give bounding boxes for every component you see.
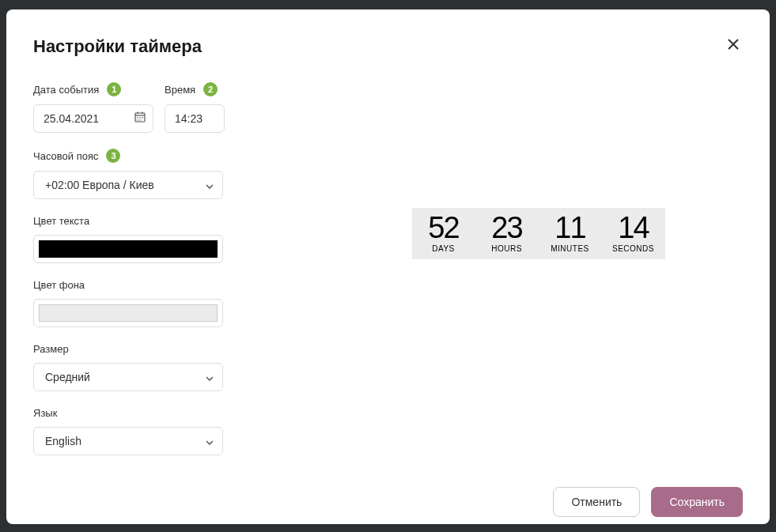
timezone-label: Часовой пояс 3: [33, 149, 302, 163]
save-button[interactable]: Сохранить: [651, 487, 743, 517]
seconds-label: SECONDS: [612, 244, 654, 253]
timezone-group: Часовой пояс 3 +02:00 Европа / Киев: [33, 149, 302, 199]
minutes-value: 11: [555, 213, 585, 243]
bg-color-picker[interactable]: [33, 299, 223, 327]
days-value: 52: [428, 213, 458, 243]
form-column: Дата события 1 Время 2: [33, 82, 302, 471]
language-group: Язык English: [33, 407, 302, 455]
bg-color-swatch: [39, 304, 218, 322]
timer-settings-modal: Настройки таймера Дата события 1: [6, 9, 770, 524]
timezone-value: +02:00 Европа / Киев: [45, 179, 154, 191]
bg-color-group: Цвет фона: [33, 279, 302, 327]
badge-3: 3: [106, 149, 120, 163]
timezone-select-wrap: +02:00 Европа / Киев: [33, 171, 223, 199]
date-time-row: Дата события 1 Время 2: [33, 82, 302, 149]
countdown-days: 52 DAYS: [412, 208, 475, 259]
language-label: Язык: [33, 407, 302, 419]
minutes-label: MINUTES: [551, 244, 589, 253]
text-color-label: Цвет текста: [33, 215, 302, 227]
timezone-label-text: Часовой пояс: [33, 150, 98, 162]
close-button[interactable]: [724, 35, 743, 54]
bg-color-label: Цвет фона: [33, 279, 302, 291]
time-label: Время 2: [165, 82, 225, 96]
size-select-wrap: Средний: [33, 363, 223, 391]
modal-footer: Отменить Сохранить: [33, 471, 743, 517]
date-input-wrap: [33, 104, 153, 133]
language-select[interactable]: English: [33, 427, 223, 455]
time-group: Время 2: [165, 82, 225, 133]
language-select-wrap: English: [33, 427, 223, 455]
close-icon: [728, 39, 739, 50]
countdown-minutes: 11 MINUTES: [539, 208, 602, 259]
seconds-value: 14: [618, 213, 648, 243]
time-label-text: Время: [165, 84, 195, 96]
size-value: Средний: [45, 371, 90, 383]
language-value: English: [45, 435, 81, 447]
days-label: DAYS: [432, 244, 455, 253]
event-date-input[interactable]: [33, 104, 153, 133]
countdown-preview: 52 DAYS 23 HOURS 11 MINUTES 14 SECONDS: [412, 208, 665, 259]
hours-value: 23: [491, 213, 521, 243]
size-select[interactable]: Средний: [33, 363, 223, 391]
text-color-group: Цвет текста: [33, 215, 302, 263]
modal-title: Настройки таймера: [33, 36, 202, 57]
modal-header: Настройки таймера: [33, 36, 743, 57]
time-input[interactable]: [165, 104, 225, 133]
preview-column: 52 DAYS 23 HOURS 11 MINUTES 14 SECONDS: [334, 82, 743, 471]
badge-1: 1: [107, 82, 121, 96]
countdown-hours: 23 HOURS: [475, 208, 539, 259]
event-date-label: Дата события 1: [33, 82, 153, 96]
timezone-select[interactable]: +02:00 Европа / Киев: [33, 171, 223, 199]
hours-label: HOURS: [491, 244, 522, 253]
size-label: Размер: [33, 343, 302, 355]
countdown-seconds: 14 SECONDS: [602, 208, 665, 259]
modal-body: Дата события 1 Время 2: [33, 82, 743, 471]
text-color-picker[interactable]: [33, 235, 223, 263]
text-color-swatch: [39, 240, 218, 258]
event-date-group: Дата события 1: [33, 82, 153, 133]
size-group: Размер Средний: [33, 343, 302, 391]
cancel-button[interactable]: Отменить: [553, 487, 640, 517]
badge-2: 2: [203, 82, 218, 96]
event-date-label-text: Дата события: [33, 84, 99, 96]
